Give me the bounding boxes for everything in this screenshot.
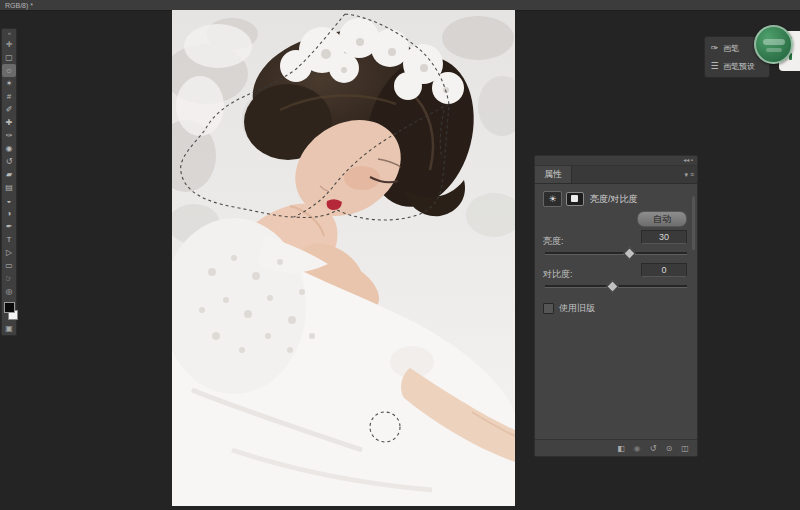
layer-mask-thumbnail[interactable] <box>566 192 584 206</box>
eraser-tool[interactable]: ▰ <box>2 168 16 181</box>
blur-tool[interactable]: ◒ <box>2 194 16 207</box>
shape-tool[interactable]: ▭ <box>2 259 16 272</box>
history-brush-tool[interactable]: ↺ <box>2 155 16 168</box>
delete-icon[interactable]: ◫ <box>677 444 693 453</box>
brush-tool[interactable]: ✑ <box>2 129 16 142</box>
tab-properties[interactable]: 属性 <box>535 166 572 183</box>
clone-stamp-tool[interactable]: ◉ <box>2 142 16 155</box>
panel-scrollbar[interactable] <box>692 196 695 250</box>
path-selection-tool[interactable]: ▷ <box>2 246 16 259</box>
properties-panel: ◂◂ ▪ 属性 ▾ ≡ ☀ 亮度/对比度 自动 亮度: 30 对比度: <box>534 155 698 457</box>
auto-button[interactable]: 自动 <box>637 211 687 227</box>
photoshop-window: RGB/8) * « ✛ ▢ ◌ ✶ # ✐ ✚ ✑ ◉ ↺ ▰ ▤ ◒ ◑ ✒… <box>0 0 800 510</box>
brush-presets-icon: ☰ <box>708 61 721 71</box>
brush-panel-label: 画笔 <box>723 43 739 54</box>
pen-tool[interactable]: ✒ <box>2 220 16 233</box>
use-legacy-checkbox[interactable] <box>543 303 554 314</box>
panel-collapse-button[interactable]: ◂◂ ▪ <box>535 156 697 166</box>
crop-tool[interactable]: # <box>2 90 16 103</box>
previous-state-icon[interactable]: ◉ <box>629 444 645 453</box>
foreground-color-swatch[interactable] <box>4 302 15 313</box>
brightness-slider-thumb[interactable] <box>623 247 636 260</box>
hand-tool[interactable]: ☞ <box>2 272 16 285</box>
move-tool[interactable]: ✛ <box>2 38 16 51</box>
eyedropper-tool[interactable]: ✐ <box>2 103 16 116</box>
type-tool[interactable]: T <box>2 233 16 246</box>
brightness-contrast-adjustment: ☀ 亮度/对比度 自动 亮度: 30 对比度: 0 <box>535 184 697 315</box>
properties-footer: ◧ ◉ ↺ ⊙ ◫ <box>535 439 697 456</box>
document-tab-title: RGB/8) * <box>5 2 33 9</box>
reset-icon[interactable]: ↺ <box>645 444 661 453</box>
toolbar-collapse-button[interactable]: « <box>2 29 16 38</box>
brush-presets-panel-button[interactable]: ☰ 画笔预设 <box>708 57 766 75</box>
brightness-slider[interactable] <box>545 247 687 259</box>
document-canvas[interactable] <box>172 10 515 506</box>
contrast-label: 对比度: <box>543 269 573 279</box>
brightness-contrast-icon: ☀ <box>543 191 562 207</box>
healing-brush-tool[interactable]: ✚ <box>2 116 16 129</box>
properties-tab-row: 属性 ▾ ≡ <box>535 166 697 184</box>
brush-icon: ✑ <box>708 43 721 53</box>
brightness-value-field[interactable]: 30 <box>641 230 687 244</box>
clip-to-layer-icon[interactable]: ◧ <box>613 444 629 453</box>
lasso-tool[interactable]: ◌ <box>2 64 16 77</box>
tools-panel: « ✛ ▢ ◌ ✶ # ✐ ✚ ✑ ◉ ↺ ▰ ▤ ◒ ◑ ✒ T ▷ ▭ ☞ … <box>1 28 17 336</box>
adjustment-title: 亮度/对比度 <box>590 193 638 206</box>
brightness-label: 亮度: <box>543 236 564 246</box>
contrast-value-field[interactable]: 0 <box>641 263 687 277</box>
magic-wand-tool[interactable]: ✶ <box>2 77 16 90</box>
panel-menu-icon[interactable]: ▾ ≡ <box>684 166 694 183</box>
color-swatches[interactable] <box>2 300 16 322</box>
watermark-badge <box>754 25 793 64</box>
marquee-tool[interactable]: ▢ <box>2 51 16 64</box>
zoom-tool[interactable]: ◎ <box>2 285 16 298</box>
gradient-tool[interactable]: ▤ <box>2 181 16 194</box>
use-legacy-checkbox-row[interactable]: 使用旧版 <box>543 302 689 315</box>
use-legacy-label: 使用旧版 <box>559 302 595 315</box>
dodge-tool[interactable]: ◑ <box>2 207 16 220</box>
quick-mask-button[interactable]: ▣ <box>2 322 16 335</box>
contrast-slider[interactable] <box>545 280 687 292</box>
bride-photo <box>172 10 515 506</box>
brush-presets-panel-label: 画笔预设 <box>723 61 755 72</box>
visibility-icon[interactable]: ⊙ <box>661 444 677 453</box>
brightness-slider-track <box>545 252 687 255</box>
contrast-slider-thumb[interactable] <box>606 280 619 293</box>
